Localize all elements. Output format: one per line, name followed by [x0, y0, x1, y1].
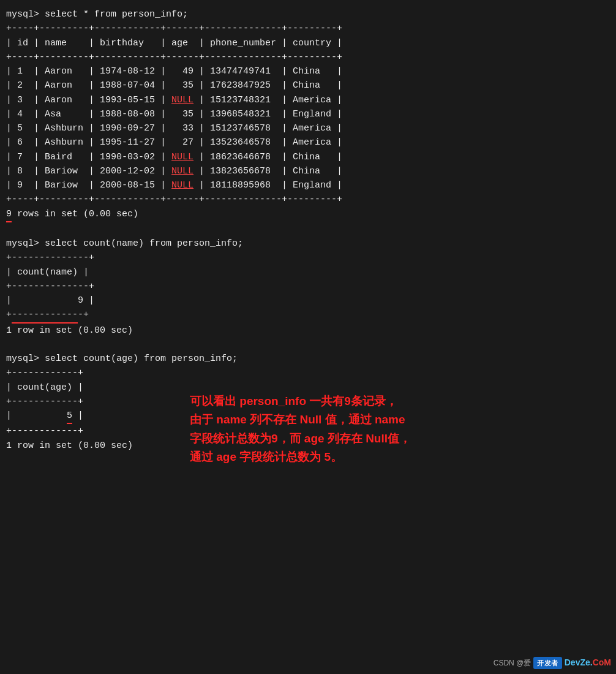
border-top: +----+---------+------------+------+----…: [6, 21, 610, 36]
annotation-line2: 由于 name 列不存在 Null 值，通过 name: [190, 413, 405, 426]
com-part: CoM: [593, 657, 611, 667]
count-header: | count(name) |: [6, 265, 610, 279]
devze-logo: 开发者: [533, 657, 562, 669]
count-border-underline: ------------: [12, 308, 78, 323]
count-border-top: +--------------+: [6, 251, 610, 265]
annotation-box: 可以看出 person_info 一共有9条记录， 由于 name 列不存在 N…: [190, 392, 594, 467]
result1-text: 9: [6, 207, 12, 222]
query1: mysql> select * from person_info;: [6, 7, 610, 21]
table-row: | 7 | Baird | 1990-03-02 | NULL | 186236…: [6, 150, 610, 164]
csdn-label: CSDN @爱: [494, 658, 531, 668]
table-row: | 3 | Aaron | 1993-05-15 | NULL | 151237…: [6, 93, 610, 107]
table-row: | 6 | Ashburn | 1995-11-27 | 27 | 135236…: [6, 135, 610, 150]
kaifa-label: 开发者: [537, 659, 558, 667]
blank-line2: [6, 338, 610, 352]
count-border-bot: +-------------+: [6, 308, 610, 323]
result1: 9 rows in set (0.00 sec): [6, 207, 610, 222]
watermark: CSDN @爱 开发者 DevZe.CoM: [494, 657, 611, 669]
query2: mysql> select count(name) from person_in…: [6, 237, 610, 251]
null-value: NULL: [171, 166, 193, 176]
dev-part: DevZe.: [565, 657, 593, 667]
table-row: | 8 | Bariow | 2000-12-02 | NULL | 13823…: [6, 164, 610, 178]
blank-line: [6, 222, 610, 237]
annotation-line1: 可以看出 person_info 一共有9条记录，: [190, 395, 397, 407]
query3: mysql> select count(age) from person_inf…: [6, 352, 610, 366]
count-age-border-top: +------------+: [6, 366, 610, 380]
annotation-line3: 字段统计总数为9，而 age 列存在 Null值，: [190, 432, 411, 445]
null-value: NULL: [171, 180, 193, 191]
border-bottom: +----+---------+------------+------+----…: [6, 192, 610, 206]
null-value: NULL: [171, 152, 193, 162]
result2: 1 row in set (0.00 sec): [6, 324, 610, 338]
table-row: | 4 | Asa | 1988-08-08 | 35 | 1396854832…: [6, 107, 610, 121]
table-row: | 1 | Aaron | 1974-08-12 | 49 | 13474749…: [6, 64, 610, 78]
devze-text: DevZe.CoM: [565, 657, 611, 668]
border-mid: +----+---------+------------+------+----…: [6, 50, 610, 64]
table-row: | 5 | Ashburn | 1990-09-27 | 33 | 151237…: [6, 121, 610, 135]
terminal-window: mysql> select * from person_info; +----+…: [6, 7, 610, 453]
table-header: | id | name | birthday | age | phone_num…: [6, 36, 610, 50]
table-row: | 9 | Bariow | 2000-08-15 | NULL | 18118…: [6, 178, 610, 192]
null-value: NULL: [171, 95, 193, 105]
count-name-row: | 9 |: [6, 293, 610, 308]
count-border-mid: +--------------+: [6, 279, 610, 293]
count-age-value: 5: [67, 409, 72, 424]
table-row: | 2 | Aaron | 1988-07-04 | 35 | 17623847…: [6, 78, 610, 93]
annotation-line4: 通过 age 字段统计总数为 5。: [190, 450, 342, 463]
